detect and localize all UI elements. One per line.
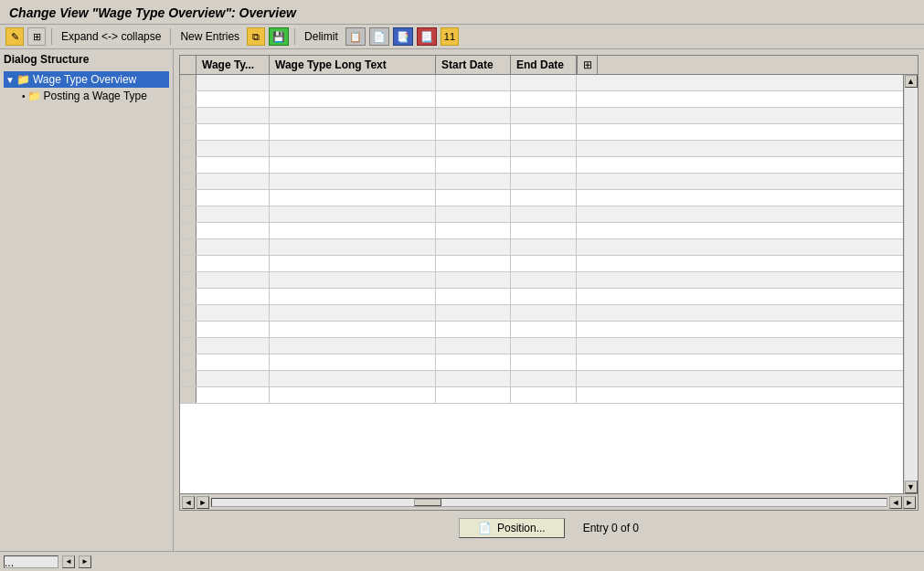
toolbar: ✎ ⊞ Expand <-> collapse New Entries ⧉ 💾 … xyxy=(0,25,924,49)
table-row xyxy=(180,305,903,322)
cell-wage-type xyxy=(196,75,270,90)
cell-wage-type xyxy=(196,91,270,107)
table-row xyxy=(180,387,903,404)
cell-start-date xyxy=(436,108,511,123)
tree-label-2: Posting a Wage Type xyxy=(44,90,147,102)
scroll-up-arrow[interactable]: ▲ xyxy=(905,75,918,88)
cell-start-date xyxy=(436,338,511,354)
cell-rownum xyxy=(180,174,196,189)
cell-rownum xyxy=(180,371,196,386)
table-row xyxy=(180,124,903,141)
cell-wage-text xyxy=(270,387,436,403)
folder-icon-1: 📁 xyxy=(16,73,30,86)
cell-start-date xyxy=(436,190,511,206)
toolbar-btn-copy[interactable]: ⧉ xyxy=(247,27,265,46)
expand-collapse-btn[interactable]: Expand <-> collapse xyxy=(58,27,165,46)
cell-wage-text xyxy=(270,206,436,222)
cell-start-date xyxy=(436,141,511,156)
col-header-wage-type: Wage Ty... xyxy=(196,56,270,74)
cell-wage-text xyxy=(270,174,436,189)
vertical-scrollbar: ▲ ▼ xyxy=(903,75,918,493)
entry-status: Entry 0 of 0 xyxy=(583,522,639,534)
cell-end-date xyxy=(511,338,577,354)
table-row xyxy=(180,223,903,239)
table-settings-icon[interactable]: ⊞ xyxy=(577,56,597,74)
table-with-scroll: ▲ ▼ xyxy=(180,75,918,493)
cell-end-date xyxy=(511,239,577,255)
cell-start-date xyxy=(436,157,511,173)
cell-start-date xyxy=(436,239,511,255)
cell-wage-type xyxy=(196,305,270,321)
hscroll-right-arrow2[interactable]: ► xyxy=(196,496,209,509)
cell-wage-type xyxy=(196,256,270,271)
table-row xyxy=(180,174,903,190)
cell-wage-text xyxy=(270,322,436,337)
hscroll-track[interactable] xyxy=(211,498,887,507)
cell-end-date xyxy=(511,322,577,337)
cell-wage-type xyxy=(196,354,270,370)
window-title: Change View "Wage Type Overview": Overvi… xyxy=(9,5,296,20)
position-icon: 📄 xyxy=(478,522,492,534)
col-header-rownum xyxy=(180,56,196,74)
toolbar-btn-6[interactable]: 📃 xyxy=(417,27,437,46)
nav-prev-arrow[interactable]: ◄ xyxy=(62,555,75,568)
cell-wage-type xyxy=(196,338,270,354)
cell-rownum xyxy=(180,108,196,123)
table-row xyxy=(180,256,903,272)
cell-rownum xyxy=(180,289,196,304)
toolbar-btn-num[interactable]: 11 xyxy=(441,27,459,46)
cell-wage-text xyxy=(270,223,436,238)
header-scroll-placeholder xyxy=(597,56,611,74)
cell-end-date xyxy=(511,371,577,386)
cell-wage-text xyxy=(270,141,436,156)
cell-wage-type xyxy=(196,272,270,288)
tree-label-1: Wage Type Overview xyxy=(33,73,136,86)
cell-wage-text xyxy=(270,338,436,354)
cell-wage-text xyxy=(270,272,436,288)
cell-wage-text xyxy=(270,256,436,271)
hscroll-prev-arrow[interactable]: ◄ xyxy=(889,496,902,509)
col-header-end-date: End Date xyxy=(511,56,577,74)
cell-rownum xyxy=(180,206,196,222)
table-row xyxy=(180,190,903,206)
toolbar-btn-edit[interactable]: ✎ xyxy=(5,27,24,46)
toolbar-btn-3[interactable]: 📋 xyxy=(345,27,366,46)
cell-rownum xyxy=(180,387,196,403)
position-button[interactable]: 📄 Position... xyxy=(459,518,565,538)
tree-item-wage-type-overview[interactable]: ▼ 📁 Wage Type Overview xyxy=(4,71,169,88)
cell-rownum xyxy=(180,256,196,271)
cell-wage-text xyxy=(270,157,436,173)
status-scroll-area[interactable]: ... xyxy=(4,555,58,568)
scroll-down-arrow[interactable]: ▼ xyxy=(905,481,918,493)
cell-end-date xyxy=(511,174,577,189)
cell-wage-type xyxy=(196,190,270,206)
toolbar-btn-4[interactable]: 📄 xyxy=(369,27,389,46)
scroll-track[interactable] xyxy=(905,88,918,481)
cell-wage-text xyxy=(270,354,436,370)
cell-end-date xyxy=(511,124,577,140)
nav-next-arrow[interactable]: ► xyxy=(79,555,91,568)
cell-end-date xyxy=(511,206,577,222)
hscroll-next-arrow[interactable]: ► xyxy=(903,496,916,509)
cell-wage-type xyxy=(196,108,270,123)
cell-wage-text xyxy=(270,75,436,90)
delimit-btn[interactable]: Delimit xyxy=(301,27,342,46)
cell-wage-type xyxy=(196,239,270,255)
cell-end-date xyxy=(511,256,577,271)
new-entries-btn[interactable]: New Entries xyxy=(176,27,243,46)
cell-rownum xyxy=(180,223,196,238)
toolbar-btn-overview[interactable]: ⊞ xyxy=(27,27,46,46)
toolbar-btn-5[interactable]: 📑 xyxy=(393,27,413,46)
hscroll-left-arrow[interactable]: ◄ xyxy=(182,496,195,509)
cell-rownum xyxy=(180,75,196,90)
folder-icon-2: 📁 xyxy=(27,90,41,102)
table-row xyxy=(180,91,903,108)
toolbar-btn-save[interactable]: 💾 xyxy=(269,27,289,46)
table-rows-area xyxy=(180,75,903,493)
separator-2 xyxy=(170,28,171,45)
table-row xyxy=(180,141,903,157)
table-row xyxy=(180,75,903,91)
cell-rownum xyxy=(180,338,196,354)
cell-start-date xyxy=(436,124,511,140)
tree-item-posting-wage-type[interactable]: • 📁 Posting a Wage Type xyxy=(4,88,169,104)
